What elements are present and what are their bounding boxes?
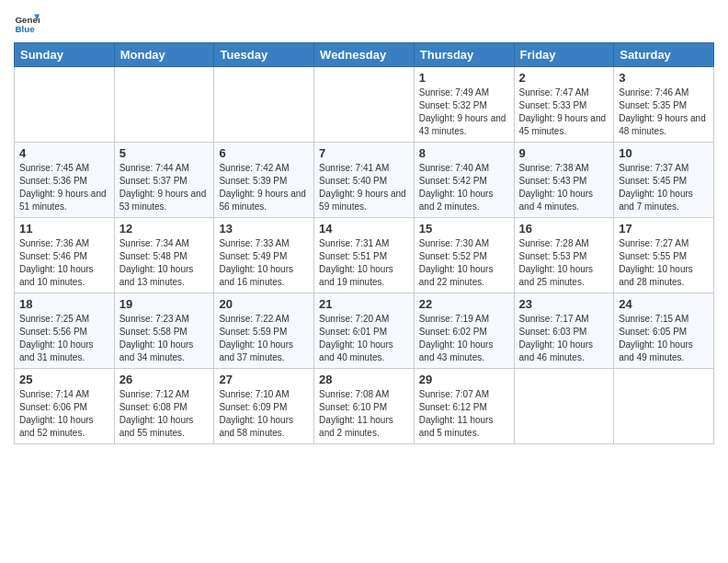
logo-icon: General Blue xyxy=(14,9,40,35)
day-info: Sunrise: 7:42 AMSunset: 5:39 PMDaylight:… xyxy=(219,162,309,213)
day-info: Sunrise: 7:10 AMSunset: 6:09 PMDaylight:… xyxy=(219,388,309,440)
day-info: Sunrise: 7:12 AMSunset: 6:08 PMDaylight:… xyxy=(119,388,210,440)
day-number: 21 xyxy=(319,297,409,311)
header-day-wednesday: Wednesday xyxy=(314,43,415,67)
day-number: 12 xyxy=(119,222,210,236)
calendar-cell: 20Sunrise: 7:22 AMSunset: 5:59 PMDayligh… xyxy=(214,293,314,369)
day-info: Sunrise: 7:47 AMSunset: 5:33 PMDaylight:… xyxy=(519,86,609,138)
day-info: Sunrise: 7:40 AMSunset: 5:42 PMDaylight:… xyxy=(419,162,509,213)
day-info: Sunrise: 7:31 AMSunset: 5:51 PMDaylight:… xyxy=(319,237,409,289)
calendar-cell: 12Sunrise: 7:34 AMSunset: 5:48 PMDayligh… xyxy=(114,218,214,293)
header-day-thursday: Thursday xyxy=(414,43,514,67)
header-day-friday: Friday xyxy=(514,43,614,67)
calendar-cell: 10Sunrise: 7:37 AMSunset: 5:45 PMDayligh… xyxy=(614,143,714,218)
day-number: 20 xyxy=(219,297,309,311)
calendar-cell: 6Sunrise: 7:42 AMSunset: 5:39 PMDaylight… xyxy=(214,143,314,218)
day-number: 1 xyxy=(419,71,509,85)
day-info: Sunrise: 7:20 AMSunset: 6:01 PMDaylight:… xyxy=(319,313,409,364)
day-number: 24 xyxy=(619,297,709,311)
day-info: Sunrise: 7:25 AMSunset: 5:56 PMDaylight:… xyxy=(19,313,109,364)
calendar-cell: 8Sunrise: 7:40 AMSunset: 5:42 PMDaylight… xyxy=(414,143,514,218)
calendar-cell: 16Sunrise: 7:28 AMSunset: 5:53 PMDayligh… xyxy=(514,218,614,293)
day-info: Sunrise: 7:30 AMSunset: 5:52 PMDaylight:… xyxy=(419,237,509,289)
day-info: Sunrise: 7:45 AMSunset: 5:36 PMDaylight:… xyxy=(19,162,109,213)
calendar-cell: 23Sunrise: 7:17 AMSunset: 6:03 PMDayligh… xyxy=(514,293,614,369)
calendar-cell: 4Sunrise: 7:45 AMSunset: 5:36 PMDaylight… xyxy=(15,143,115,218)
day-number: 17 xyxy=(619,222,709,236)
calendar-cell: 19Sunrise: 7:23 AMSunset: 5:58 PMDayligh… xyxy=(114,293,214,369)
day-info: Sunrise: 7:41 AMSunset: 5:40 PMDaylight:… xyxy=(319,162,409,213)
header: General Blue xyxy=(14,9,714,35)
calendar-cell xyxy=(514,369,614,444)
calendar-cell xyxy=(114,67,214,143)
calendar-week-4: 18Sunrise: 7:25 AMSunset: 5:56 PMDayligh… xyxy=(15,293,714,369)
day-number: 26 xyxy=(119,373,210,386)
day-number: 2 xyxy=(519,71,609,85)
day-number: 19 xyxy=(119,297,210,311)
day-number: 8 xyxy=(419,146,509,160)
calendar-cell xyxy=(314,67,415,143)
day-number: 5 xyxy=(119,146,210,160)
calendar-cell: 1Sunrise: 7:49 AMSunset: 5:32 PMDaylight… xyxy=(414,67,514,143)
calendar-cell xyxy=(614,369,714,444)
day-info: Sunrise: 7:07 AMSunset: 6:12 PMDaylight:… xyxy=(419,388,509,440)
calendar-cell xyxy=(15,67,115,143)
day-number: 14 xyxy=(319,222,409,236)
header-day-saturday: Saturday xyxy=(614,43,714,67)
calendar-cell: 22Sunrise: 7:19 AMSunset: 6:02 PMDayligh… xyxy=(414,293,514,369)
day-info: Sunrise: 7:38 AMSunset: 5:43 PMDaylight:… xyxy=(519,162,609,213)
calendar-cell: 27Sunrise: 7:10 AMSunset: 6:09 PMDayligh… xyxy=(214,369,314,444)
day-info: Sunrise: 7:44 AMSunset: 5:37 PMDaylight:… xyxy=(119,162,210,213)
day-number: 9 xyxy=(519,146,609,160)
day-number: 15 xyxy=(419,222,509,236)
day-info: Sunrise: 7:23 AMSunset: 5:58 PMDaylight:… xyxy=(119,313,210,364)
day-info: Sunrise: 7:14 AMSunset: 6:06 PMDaylight:… xyxy=(19,388,109,440)
day-info: Sunrise: 7:37 AMSunset: 5:45 PMDaylight:… xyxy=(619,162,709,213)
day-number: 27 xyxy=(219,373,309,386)
calendar-cell: 18Sunrise: 7:25 AMSunset: 5:56 PMDayligh… xyxy=(15,293,115,369)
day-number: 4 xyxy=(19,146,109,160)
day-info: Sunrise: 7:27 AMSunset: 5:55 PMDaylight:… xyxy=(619,237,709,289)
calendar-cell: 7Sunrise: 7:41 AMSunset: 5:40 PMDaylight… xyxy=(314,143,415,218)
day-info: Sunrise: 7:46 AMSunset: 5:35 PMDaylight:… xyxy=(619,86,709,138)
calendar-cell: 14Sunrise: 7:31 AMSunset: 5:51 PMDayligh… xyxy=(314,218,415,293)
day-info: Sunrise: 7:28 AMSunset: 5:53 PMDaylight:… xyxy=(519,237,609,289)
day-number: 23 xyxy=(519,297,609,311)
calendar-cell: 24Sunrise: 7:15 AMSunset: 6:05 PMDayligh… xyxy=(614,293,714,369)
day-number: 22 xyxy=(419,297,509,311)
day-number: 6 xyxy=(219,146,309,160)
day-info: Sunrise: 7:22 AMSunset: 5:59 PMDaylight:… xyxy=(219,313,309,364)
day-info: Sunrise: 7:33 AMSunset: 5:49 PMDaylight:… xyxy=(219,237,309,289)
calendar-table: SundayMondayTuesdayWednesdayThursdayFrid… xyxy=(14,42,714,444)
calendar-cell: 25Sunrise: 7:14 AMSunset: 6:06 PMDayligh… xyxy=(15,369,115,444)
calendar-cell: 9Sunrise: 7:38 AMSunset: 5:43 PMDaylight… xyxy=(514,143,614,218)
day-info: Sunrise: 7:49 AMSunset: 5:32 PMDaylight:… xyxy=(419,86,509,138)
header-day-tuesday: Tuesday xyxy=(214,43,314,67)
day-number: 11 xyxy=(19,222,109,236)
calendar-cell: 17Sunrise: 7:27 AMSunset: 5:55 PMDayligh… xyxy=(614,218,714,293)
header-day-sunday: Sunday xyxy=(15,43,115,67)
day-info: Sunrise: 7:17 AMSunset: 6:03 PMDaylight:… xyxy=(519,313,609,364)
day-info: Sunrise: 7:15 AMSunset: 6:05 PMDaylight:… xyxy=(619,313,709,364)
calendar-week-2: 4Sunrise: 7:45 AMSunset: 5:36 PMDaylight… xyxy=(15,143,714,218)
svg-text:Blue: Blue xyxy=(15,24,35,34)
calendar-cell: 26Sunrise: 7:12 AMSunset: 6:08 PMDayligh… xyxy=(114,369,214,444)
day-number: 25 xyxy=(19,373,109,386)
calendar-week-5: 25Sunrise: 7:14 AMSunset: 6:06 PMDayligh… xyxy=(15,369,714,444)
logo: General Blue xyxy=(14,9,43,35)
day-info: Sunrise: 7:19 AMSunset: 6:02 PMDaylight:… xyxy=(419,313,509,364)
calendar-cell: 5Sunrise: 7:44 AMSunset: 5:37 PMDaylight… xyxy=(114,143,214,218)
header-day-monday: Monday xyxy=(114,43,214,67)
day-info: Sunrise: 7:08 AMSunset: 6:10 PMDaylight:… xyxy=(319,388,409,440)
calendar-cell: 11Sunrise: 7:36 AMSunset: 5:46 PMDayligh… xyxy=(15,218,115,293)
calendar-cell: 13Sunrise: 7:33 AMSunset: 5:49 PMDayligh… xyxy=(214,218,314,293)
calendar-cell: 29Sunrise: 7:07 AMSunset: 6:12 PMDayligh… xyxy=(414,369,514,444)
day-number: 7 xyxy=(319,146,409,160)
calendar-header-row: SundayMondayTuesdayWednesdayThursdayFrid… xyxy=(15,43,714,67)
calendar-cell xyxy=(214,67,314,143)
calendar-week-3: 11Sunrise: 7:36 AMSunset: 5:46 PMDayligh… xyxy=(15,218,714,293)
day-number: 13 xyxy=(219,222,309,236)
calendar-cell: 2Sunrise: 7:47 AMSunset: 5:33 PMDaylight… xyxy=(514,67,614,143)
calendar-cell: 21Sunrise: 7:20 AMSunset: 6:01 PMDayligh… xyxy=(314,293,415,369)
day-number: 28 xyxy=(319,373,409,386)
